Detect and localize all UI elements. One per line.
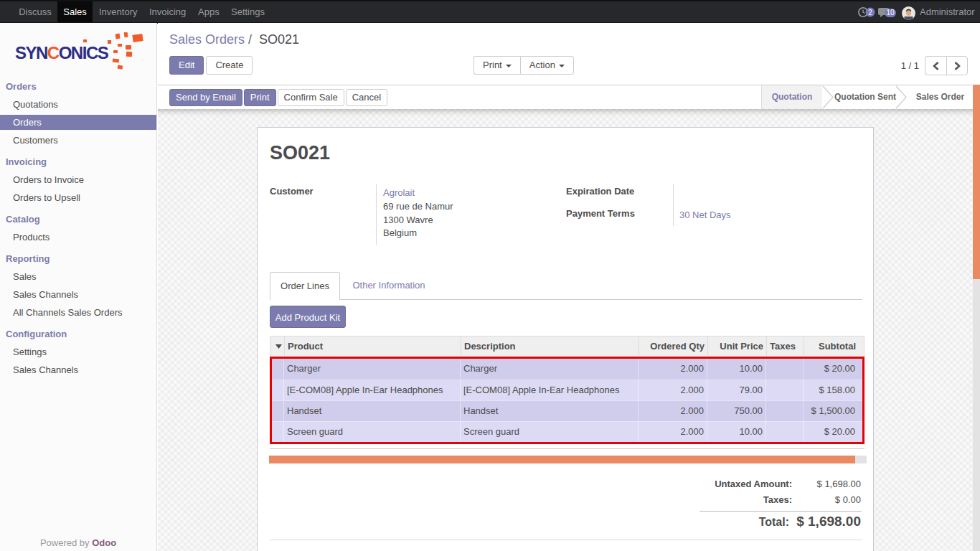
svg-text:2: 2 — [868, 9, 872, 17]
svg-text:10: 10 — [886, 9, 895, 17]
